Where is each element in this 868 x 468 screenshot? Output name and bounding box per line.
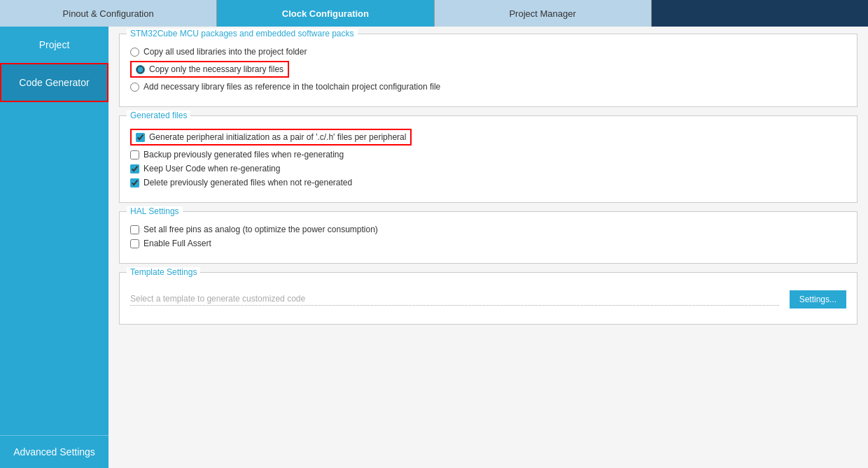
checkbox-delete-generated-input[interactable] <box>130 178 139 187</box>
sidebar-item-code-generator[interactable]: Code Generator <box>0 63 108 102</box>
main-layout: Project Code Generator Advanced Settings… <box>0 27 868 468</box>
template-settings-section: Template Settings Select a template to g… <box>119 272 858 325</box>
top-nav: Pinout & Configuration Clock Configurati… <box>0 0 868 27</box>
checkbox-full-assert-input[interactable] <box>130 239 139 248</box>
radio-copy-all-input[interactable] <box>130 48 139 57</box>
hal-settings-section: HAL Settings Set all free pins as analog… <box>119 211 858 264</box>
template-settings-title: Template Settings <box>127 267 200 277</box>
checkbox-backup-input[interactable] <box>130 150 139 159</box>
radio-copy-all[interactable]: Copy all used libraries into the project… <box>130 47 846 57</box>
checkbox-keep-user-code-input[interactable] <box>130 164 139 173</box>
checkbox-peripheral-init-input[interactable] <box>136 133 145 142</box>
mcu-packages-title: STM32Cube MCU packages and embedded soft… <box>127 29 358 38</box>
template-settings-content: Select a template to generate customized… <box>130 285 846 313</box>
hal-settings-content: Set all free pins as analog (to optimize… <box>130 225 846 248</box>
checkbox-free-pins[interactable]: Set all free pins as analog (to optimize… <box>130 225 846 234</box>
radio-add-reference[interactable]: Add necessary library files as reference… <box>130 82 846 92</box>
tab-extra[interactable] <box>652 0 868 27</box>
tab-project-manager[interactable]: Project Manager <box>435 0 652 27</box>
checkbox-free-pins-input[interactable] <box>130 225 139 234</box>
tab-clock[interactable]: Clock Configuration <box>217 0 434 27</box>
sidebar-item-project[interactable]: Project <box>0 27 108 63</box>
template-row: Select a template to generate customized… <box>130 285 846 313</box>
settings-button[interactable]: Settings... <box>790 290 846 309</box>
sidebar: Project Code Generator Advanced Settings <box>0 27 108 468</box>
radio-add-reference-input[interactable] <box>130 83 139 92</box>
template-placeholder-text: Select a template to generate customized… <box>130 294 779 306</box>
content-area: STM32Cube MCU packages and embedded soft… <box>108 27 868 468</box>
radio-copy-necessary-input[interactable] <box>136 65 145 74</box>
checkbox-keep-user-code[interactable]: Keep User Code when re-generating <box>130 164 846 173</box>
sidebar-item-advanced-settings[interactable]: Advanced Settings <box>0 435 108 468</box>
mcu-packages-content: Copy all used libraries into the project… <box>130 47 846 92</box>
radio-copy-necessary[interactable]: Copy only the necessary library files <box>130 61 289 78</box>
mcu-packages-section: STM32Cube MCU packages and embedded soft… <box>119 34 858 107</box>
generated-files-title: Generated files <box>127 111 190 120</box>
checkbox-delete-generated[interactable]: Delete previously generated files when n… <box>130 178 846 187</box>
hal-settings-title: HAL Settings <box>127 206 183 216</box>
checkbox-full-assert[interactable]: Enable Full Assert <box>130 239 846 248</box>
checkbox-backup-files[interactable]: Backup previously generated files when r… <box>130 150 846 159</box>
tab-pinout[interactable]: Pinout & Configuration <box>0 0 217 27</box>
generated-files-content: Generate peripheral initialization as a … <box>130 129 846 187</box>
checkbox-peripheral-init[interactable]: Generate peripheral initialization as a … <box>130 129 412 146</box>
generated-files-section: Generated files Generate peripheral init… <box>119 115 858 203</box>
